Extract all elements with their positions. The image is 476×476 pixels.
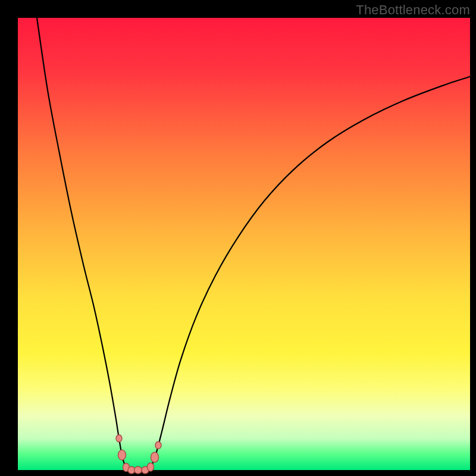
watermark-text: TheBottleneck.com [356, 2, 470, 18]
plot-background [18, 18, 470, 470]
marker-6 [148, 463, 154, 471]
marker-7 [151, 452, 159, 462]
marker-8 [155, 441, 161, 449]
chart-frame: TheBottleneck.com [0, 0, 476, 476]
marker-0 [116, 435, 122, 442]
marker-1 [118, 450, 126, 460]
marker-4 [134, 466, 142, 474]
bottleneck-chart [0, 0, 476, 476]
